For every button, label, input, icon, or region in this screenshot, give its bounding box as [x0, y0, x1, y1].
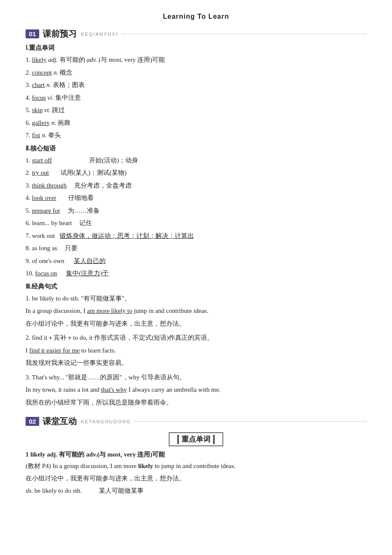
meaning: 仔细地看	[68, 194, 94, 201]
item-num: 3.	[26, 182, 32, 189]
pos1: adj.	[48, 56, 58, 63]
meaning: 跳过	[52, 107, 65, 113]
meaning: 试用(某人)；测试(某物)	[61, 169, 127, 176]
sentence-item-2: 2. find it＋宾补＋to do, it 作形式宾语，不定式(短语)作真正…	[26, 332, 366, 369]
item-num: 4.	[26, 94, 32, 101]
sentence-item-1: 1. be likely to do sth. "有可能做某事"。 In a g…	[26, 293, 366, 330]
meaning: 拳头	[48, 132, 61, 139]
word-concept: concept	[32, 69, 52, 76]
entry1-body2-left: sb. be likely to do sth.	[26, 485, 82, 497]
list-item: 2. concept n. 概念	[26, 67, 366, 78]
entry1: 1 likely adj. 有可能的 adv.(与 most, very 连用)…	[26, 451, 366, 497]
entry1-title: 1 likely adj. 有可能的 adv.(与 most, very 连用)…	[26, 451, 366, 459]
meaning: 画廊	[58, 119, 70, 126]
sentence-item-3: 3. That's why... "那就是……的原因"，why 引导表语从句。 …	[26, 372, 366, 408]
list-item: 3. think through 充分考虑，全盘考虑	[26, 180, 366, 191]
pos: vi.	[47, 94, 54, 101]
phrase-prepare-for: prepare for	[32, 207, 60, 214]
word-focus: focus	[32, 94, 46, 101]
section2-title-cn: 课堂互动	[43, 416, 77, 427]
phrase-start-off: start off	[32, 157, 52, 164]
sentence2-pattern: 2. find it＋宾补＋to do, it 作形式宾语，不定式(短语)作真正…	[26, 332, 366, 344]
word-fist: fist	[32, 132, 40, 139]
list-item: 9. of one's own 某人自己的	[26, 256, 366, 267]
item-num: 7.	[26, 132, 32, 139]
pos: vt.	[44, 107, 51, 113]
section1-num: 01	[26, 29, 39, 38]
phrase-as-long-as: as long as	[32, 245, 57, 251]
section1-divider	[121, 34, 366, 34]
list-item: 1. start off 开始(活动)；动身	[26, 155, 366, 166]
phrase-work-out: work out	[32, 232, 55, 239]
item-num: 9.	[26, 257, 32, 264]
list-item: 4. look over 仔细地看	[26, 193, 366, 204]
section2-header: 02 课堂互动 KETANGHUDONG	[26, 416, 366, 427]
sentence1-example-en: In a group discussion, I am more likely …	[26, 306, 366, 317]
meaning-underlined: 集中(注意力)于	[66, 270, 109, 277]
list-item: 6. gallery n. 画廊	[26, 118, 366, 129]
keyword-box-bar-right	[213, 435, 215, 444]
item-num: 3.	[26, 81, 32, 88]
phrase-learn-by-heart: learn... by heart	[32, 220, 72, 226]
section1-title-cn: 课前预习	[43, 28, 77, 40]
keyword-box: 重点单词	[169, 432, 223, 446]
word-likely: likely	[32, 56, 46, 63]
keyword-box-bar-left	[177, 435, 179, 444]
meaning: 只要	[65, 245, 78, 251]
sentence2-example-cn: 我发现对我来说记一些事实更容易。	[26, 358, 366, 369]
list-item: 7. fist n. 拳头	[26, 130, 366, 141]
phrase-think-through: think through	[32, 182, 66, 189]
entry1-body2: sb. be likely to do sth. 某人可能做某事	[26, 485, 366, 497]
entry1-body1-en: (教材 P4) In a group discussion, I am more…	[26, 460, 366, 472]
meaning: 充分考虑，全盘考虑	[74, 182, 132, 189]
phrase-of-ones-own: of one's own	[32, 257, 64, 264]
keyword-box-wrapper: 重点单词	[26, 432, 366, 446]
meaning: 为……准备	[68, 207, 100, 214]
meaning: 概念	[60, 69, 72, 76]
item-num: 10.	[26, 270, 35, 277]
section1-title-pinyin: KEQIANYUXI	[81, 32, 118, 37]
meaning-underlined: 某人自己的	[74, 257, 106, 264]
section2-divider	[134, 421, 366, 422]
item-num: 2.	[26, 69, 32, 76]
item-num: 5.	[26, 107, 32, 113]
list-item: 3. chart n. 表格；图表	[26, 80, 366, 91]
pos: n.	[51, 119, 56, 126]
list-item: 5. prepare for 为……准备	[26, 205, 366, 217]
list-item: 2. try out 试用(某人)；测试(某物)	[26, 168, 366, 179]
sentence3-example-cn: 我所在的小镇经常下雨，所以我总是随身带着雨伞。	[26, 397, 366, 408]
entry1-body1-cn: 在小组讨论中，我更有可能参与进来，出主意，想办法。	[26, 473, 366, 484]
sentence1-pattern: 1. be likely to do sth. "有可能做某事"。	[26, 293, 366, 304]
keyword-box-label: 重点单词	[182, 434, 210, 444]
sentence2-example-en: I find it easier for me to learn facts.	[26, 345, 366, 356]
list-item: 7. work out 锻炼身体，做运动；思考；计划；解决；计算出	[26, 231, 366, 242]
phrase-look-over: look over	[32, 194, 56, 201]
section2-num: 02	[26, 417, 39, 426]
entry1-body2-right: 某人可能做某事	[99, 485, 144, 497]
list-item: 10. focus on 集中(注意力)于	[26, 268, 366, 279]
phrase-list: 1. start off 开始(活动)；动身 2. try out 试用(某人)…	[26, 155, 366, 279]
section1-header: 01 课前预习 KEQIANYUXI	[26, 28, 366, 40]
subsection2-title: Ⅱ.核心短语	[26, 145, 366, 153]
list-item: 6. learn... by heart 记住	[26, 218, 366, 229]
meaning: 表格；图表	[53, 81, 85, 88]
item-num: 1.	[26, 56, 32, 63]
pos2: adv.	[86, 56, 97, 63]
page-title: Learning To Learn	[26, 13, 366, 20]
list-item: 8. as long as 只要	[26, 243, 366, 254]
word-gallery: gallery	[32, 119, 50, 126]
pos: n.	[42, 132, 46, 139]
meaning-underlined: 锻炼身体，做运动；思考；计划；解决；计算出	[60, 232, 194, 239]
list-item: 4. focus vi. 集中注意	[26, 92, 366, 104]
meaning1: 有可能的	[60, 56, 87, 63]
word-chart: chart	[32, 81, 45, 88]
list-item: 1. likely adj. 有可能的 adv. (与 most, very 连…	[26, 55, 366, 66]
pos: n.	[53, 69, 58, 76]
sentence3-example-en: In my town, it rains a lot and that's wh…	[26, 384, 366, 396]
pos: n.	[46, 81, 51, 88]
item-num: 6.	[26, 220, 32, 226]
meaning2: (与 most, very 连用)可能	[98, 56, 165, 63]
vocab-list: 1. likely adj. 有可能的 adv. (与 most, very 连…	[26, 55, 366, 141]
item-num: 6.	[26, 119, 32, 126]
item-num: 5.	[26, 207, 32, 214]
